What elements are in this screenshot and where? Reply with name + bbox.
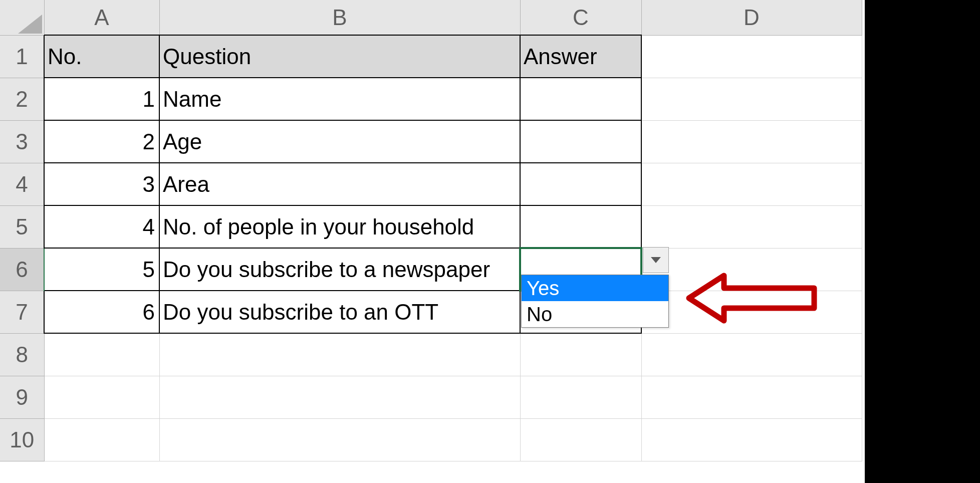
select-all-triangle-icon: [18, 15, 42, 34]
cell-B6[interactable]: Do you subscribe to a newspaper: [159, 248, 520, 291]
cell-C4[interactable]: [520, 163, 641, 205]
cell-A1[interactable]: No.: [44, 35, 159, 78]
cell-B7[interactable]: Do you subscribe to an OTT: [159, 291, 520, 333]
spreadsheet-view: A B C D 1 No. Question Answer 2 1 Name 3…: [0, 0, 980, 483]
col-header-D[interactable]: D: [641, 0, 862, 35]
cell-C9[interactable]: [520, 376, 641, 418]
cell-B9[interactable]: [159, 376, 520, 418]
cell-D2[interactable]: [641, 78, 862, 120]
cell-B2[interactable]: Name: [159, 78, 520, 120]
cell-A9[interactable]: [44, 376, 159, 418]
row-header-7[interactable]: 7: [0, 291, 44, 333]
crop-black-strip: [865, 0, 980, 483]
cell-A3[interactable]: 2: [44, 120, 159, 163]
cell-B4[interactable]: Area: [159, 163, 520, 205]
row-header-9[interactable]: 9: [0, 376, 44, 418]
col-header-A[interactable]: A: [44, 0, 159, 35]
cell-A7[interactable]: 6: [44, 291, 159, 333]
row-header-3[interactable]: 3: [0, 120, 44, 163]
cell-D8[interactable]: [641, 333, 862, 376]
cell-C2[interactable]: [520, 78, 641, 120]
cell-D9[interactable]: [641, 376, 862, 418]
cell-D10[interactable]: [641, 418, 862, 461]
row-header-10[interactable]: 10: [0, 418, 44, 461]
cell-C10[interactable]: [520, 418, 641, 461]
dropdown-option-yes[interactable]: Yes: [522, 275, 668, 301]
cell-D1[interactable]: [641, 35, 862, 78]
cell-A2[interactable]: 1: [44, 78, 159, 120]
cell-A8[interactable]: [44, 333, 159, 376]
cell-D3[interactable]: [641, 120, 862, 163]
cell-B3[interactable]: Age: [159, 120, 520, 163]
cell-B10[interactable]: [159, 418, 520, 461]
cell-A10[interactable]: [44, 418, 159, 461]
row-header-2[interactable]: 2: [0, 78, 44, 120]
annotation-arrow-icon: [676, 271, 822, 326]
row-header-6[interactable]: 6: [0, 248, 44, 291]
cell-C3[interactable]: [520, 120, 641, 163]
grid-table: A B C D 1 No. Question Answer 2 1 Name 3…: [0, 0, 862, 461]
cell-A6[interactable]: 5: [44, 248, 159, 291]
data-validation-dropdown-list[interactable]: Yes No: [521, 275, 669, 328]
col-header-C[interactable]: C: [520, 0, 641, 35]
row-header-8[interactable]: 8: [0, 333, 44, 376]
cell-C5[interactable]: [520, 205, 641, 248]
row-header-4[interactable]: 4: [0, 163, 44, 205]
cell-C8[interactable]: [520, 333, 641, 376]
row-header-5[interactable]: 5: [0, 205, 44, 248]
chevron-down-icon: [651, 257, 661, 263]
select-all-corner[interactable]: [0, 0, 44, 35]
row-header-1[interactable]: 1: [0, 35, 44, 78]
cell-B5[interactable]: No. of people in your household: [159, 205, 520, 248]
cell-C1[interactable]: Answer: [520, 35, 641, 78]
data-validation-dropdown-button[interactable]: [643, 247, 669, 273]
cell-D5[interactable]: [641, 205, 862, 248]
cell-A5[interactable]: 4: [44, 205, 159, 248]
col-header-B[interactable]: B: [159, 0, 520, 35]
cell-B1[interactable]: Question: [159, 35, 520, 78]
cell-B8[interactable]: [159, 333, 520, 376]
cell-D4[interactable]: [641, 163, 862, 205]
dropdown-option-no[interactable]: No: [522, 301, 668, 327]
cell-A4[interactable]: 3: [44, 163, 159, 205]
